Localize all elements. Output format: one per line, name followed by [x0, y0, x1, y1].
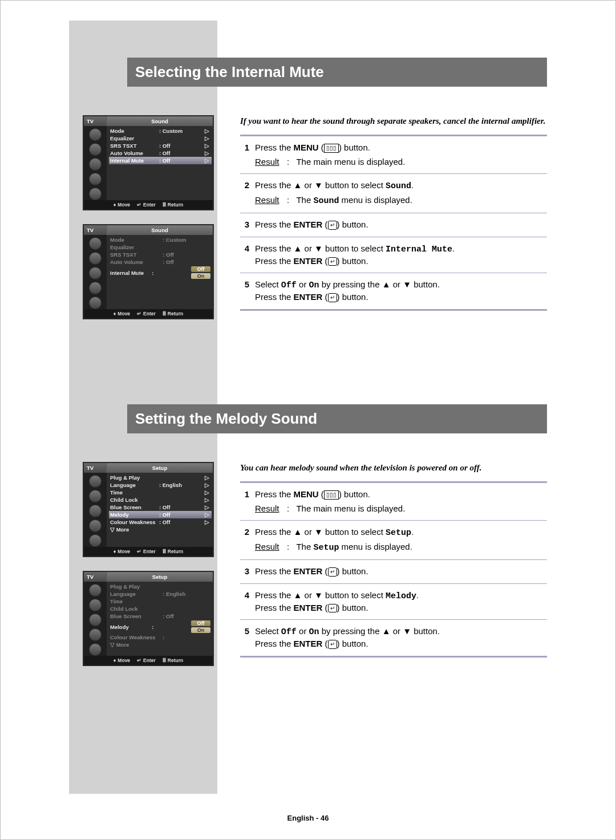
- return-icon: Ⅲ: [163, 549, 166, 554]
- return-icon: Ⅲ: [163, 658, 166, 663]
- osd-row-equalizer[interactable]: Equalizer▷: [109, 135, 212, 142]
- section-2-title: Setting the Melody Sound: [127, 404, 547, 433]
- manual-page: Selecting the Internal Mute TV Sound: [0, 0, 616, 840]
- section-1-title: Selecting the Internal Mute: [127, 58, 547, 87]
- enter-button-icon: ↵: [328, 221, 337, 230]
- osd-row-equalizer: Equalizer: [109, 244, 212, 251]
- return-icon: Ⅲ: [163, 202, 166, 208]
- setup-icon: [89, 520, 102, 532]
- osd-row-childlock[interactable]: Child Lock▷: [109, 496, 212, 504]
- osd-setup-popup: TV Setup Plug & Play Lan: [83, 571, 214, 666]
- step-1: 1 Press the MENU (▯▯▯) button. Result: T…: [240, 486, 547, 517]
- osd-header: TV Setup: [84, 572, 213, 582]
- osd-row-mode: ModeCustom: [109, 236, 212, 244]
- chevron-right-icon: ▷: [204, 143, 210, 149]
- setup-icon: [89, 628, 102, 641]
- osd-footer: ♦Move ↵Enter ⅢReturn: [84, 309, 213, 318]
- popup-option-on[interactable]: On: [191, 627, 210, 633]
- setup-icon: [89, 282, 102, 294]
- osd-category-icons: [84, 582, 107, 656]
- osd-row-more[interactable]: ▽ More: [109, 641, 212, 648]
- osd-row-autovol: Auto VolumeOff: [109, 258, 212, 266]
- osd-tv-label: TV: [84, 572, 107, 582]
- chevron-right-icon: ▷: [204, 504, 210, 510]
- section-1-intro: If you want to hear the sound through se…: [240, 115, 547, 127]
- section-2-columns: TV Setup Plug & Play▷ La: [69, 462, 547, 680]
- channel-icon: [89, 267, 102, 279]
- osd-category-icons: [84, 473, 107, 547]
- osd-row-bluescreen: Blue ScreenOff: [109, 612, 212, 620]
- osd-row-plugplay: Plug & Play: [109, 583, 212, 590]
- osd-row-more[interactable]: ▽ More: [109, 526, 212, 533]
- osd-setup-list: TV Setup Plug & Play▷ La: [83, 462, 214, 557]
- input-icon: [89, 643, 102, 656]
- osd-row-autovol[interactable]: Auto VolumeOff▷: [109, 149, 212, 157]
- osd-row-melody[interactable]: Melody : Off On: [109, 620, 212, 634]
- step-2: 2 Press the ▲ or ▼ button to select Soun…: [240, 177, 547, 210]
- chevron-right-icon: ▷: [204, 497, 210, 503]
- osd-title: Setup: [107, 572, 213, 582]
- sound-icon: [89, 143, 102, 156]
- osd-sound-popup: TV Sound ModeCustom Equa: [83, 224, 214, 319]
- enter-button-icon: ↵: [328, 567, 337, 577]
- picture-icon: [89, 237, 102, 250]
- popup-option-on[interactable]: On: [191, 273, 210, 279]
- sound-icon: [89, 490, 102, 502]
- osd-row-language: LanguageEnglish: [109, 590, 212, 598]
- osd-title: Sound: [107, 116, 213, 126]
- osd-title: Setup: [107, 463, 213, 473]
- osd-row-mode[interactable]: ModeCustom▷: [109, 127, 212, 135]
- osd-row-time: Time: [109, 598, 212, 605]
- move-icon: ♦: [114, 202, 116, 208]
- osd-row-bluescreen[interactable]: Blue ScreenOff▷: [109, 504, 212, 511]
- osd-header: TV Sound: [84, 225, 213, 235]
- osd-title: Sound: [107, 225, 213, 235]
- osd-row-melody[interactable]: MelodyOff▷: [109, 511, 212, 518]
- osd-row-srs[interactable]: SRS TSXTOff▷: [109, 142, 212, 149]
- section-2-steps: You can hear melody sound when the telev…: [229, 462, 547, 661]
- osd-row-internal-mute[interactable]: Internal MuteOff▷: [109, 157, 212, 164]
- popup-option-off[interactable]: Off: [191, 266, 210, 272]
- osd-row-time[interactable]: Time▷: [109, 489, 212, 496]
- input-icon: [89, 534, 102, 547]
- section-1-steps: If you want to hear the sound through se…: [229, 115, 547, 314]
- osd-category-icons: [84, 126, 107, 200]
- step-3: 3 Press the ENTER (↵) button.: [240, 217, 547, 233]
- step-3: 3 Press the ENTER (↵) button.: [240, 563, 547, 579]
- osd-tv-label: TV: [84, 463, 107, 473]
- osd-row-colourweakness[interactable]: Colour WeaknessOff▷: [109, 518, 212, 526]
- chevron-right-icon: ▷: [204, 482, 210, 488]
- osd-category-icons: [84, 235, 107, 309]
- chevron-right-icon: ▷: [204, 512, 210, 518]
- osd-header: TV Setup: [84, 463, 213, 473]
- picture-icon: [89, 128, 102, 141]
- setup-icon: [89, 173, 102, 185]
- channel-icon: [89, 505, 102, 517]
- channel-icon: [89, 614, 102, 626]
- enter-button-icon: ↵: [328, 257, 337, 266]
- section-2-intro: You can hear melody sound when the telev…: [240, 462, 547, 473]
- osd-row-plugplay[interactable]: Plug & Play▷: [109, 474, 212, 481]
- popup-option-off[interactable]: Off: [191, 620, 210, 626]
- osd-row-language[interactable]: LanguageEnglish▷: [109, 481, 212, 489]
- osd-sound-list: TV Sound ModeCustom▷ Equ: [83, 115, 214, 210]
- enter-icon: ↵: [137, 658, 141, 663]
- chevron-right-icon: ▷: [204, 157, 210, 164]
- move-icon: ♦: [114, 549, 116, 554]
- chevron-right-icon: ▷: [204, 128, 210, 134]
- sound-icon: [89, 252, 102, 265]
- osd-header: TV Sound: [84, 116, 213, 126]
- osd-footer: ♦Move ↵Enter ⅢReturn: [84, 200, 213, 209]
- osd-row-internal-mute[interactable]: Internal Mute : Off On: [109, 266, 212, 279]
- enter-button-icon: ↵: [328, 604, 337, 613]
- osd-footer: ♦Move ↵Enter ⅢReturn: [84, 656, 213, 665]
- enter-icon: ↵: [137, 311, 141, 316]
- section-2-osds: TV Setup Plug & Play▷ La: [69, 462, 229, 680]
- page-content: Selecting the Internal Mute TV Sound: [69, 21, 547, 794]
- section-1-osds: TV Sound ModeCustom▷ Equ: [69, 115, 229, 333]
- chevron-right-icon: ▷: [204, 489, 210, 496]
- osd-row-colourweakness: Colour Weakness:: [109, 634, 212, 641]
- chevron-right-icon: ▷: [204, 519, 210, 525]
- chevron-right-icon: ▷: [204, 474, 210, 481]
- step-1: 1 Press the MENU (▯▯▯) button. Result: T…: [240, 140, 547, 170]
